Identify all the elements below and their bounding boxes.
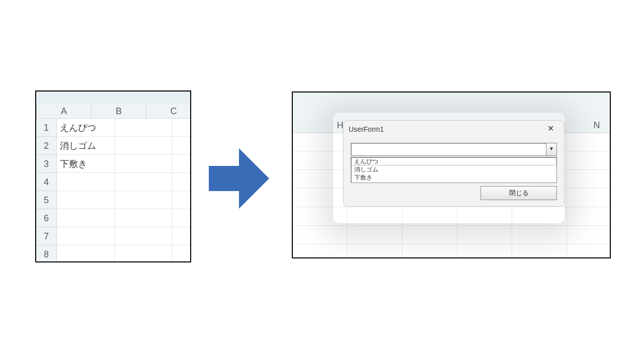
cell-B2[interactable]: [115, 137, 173, 155]
row-5: 5: [36, 191, 190, 209]
row-3: 3 下敷き: [36, 155, 190, 173]
list-item[interactable]: 消しゴム: [351, 165, 556, 173]
cell-C7[interactable]: [173, 227, 191, 245]
cell-A6[interactable]: [57, 209, 115, 227]
dialog-body: ▼ えんぴつ 消しゴム 下敷き 閉じる: [344, 138, 564, 206]
button-row: 閉じる: [351, 186, 557, 200]
col-header-C[interactable]: C: [146, 104, 191, 119]
row-1: 1 えんぴつ: [36, 119, 190, 137]
row-header-6[interactable]: 6: [36, 209, 57, 227]
cell-C4[interactable]: [173, 173, 191, 191]
cell-B8[interactable]: [115, 245, 173, 262]
select-all-corner[interactable]: [36, 104, 37, 119]
cell-C2[interactable]: [173, 137, 191, 155]
cell-C5[interactable]: [173, 191, 191, 209]
cell-A4[interactable]: [57, 173, 115, 191]
cell-B7[interactable]: [115, 227, 173, 245]
combobox-input[interactable]: [351, 143, 546, 155]
left-worksheet-panel: A B C 1 えんぴつ 2 消しゴム 3 下敷き 4 5 6 7: [35, 90, 191, 262]
cell-A2[interactable]: 消しゴム: [57, 137, 115, 155]
cell-B6[interactable]: [115, 209, 173, 227]
list-item[interactable]: えんぴつ: [351, 157, 556, 165]
row-4: 4: [36, 173, 190, 191]
row-header-8[interactable]: 8: [36, 245, 57, 262]
cell-A8[interactable]: [57, 245, 115, 262]
cell-C6[interactable]: [173, 209, 191, 227]
row-header-4[interactable]: 4: [36, 173, 57, 191]
formula-bar-strip: [36, 92, 190, 104]
listbox[interactable]: えんぴつ 消しゴム 下敷き: [351, 157, 557, 183]
cell-C3[interactable]: [173, 155, 191, 173]
cell-C1[interactable]: [173, 119, 191, 137]
cell-C8[interactable]: [173, 245, 191, 262]
cell-A1[interactable]: えんぴつ: [57, 119, 115, 137]
col-header-B[interactable]: B: [92, 104, 146, 119]
combobox[interactable]: ▼: [351, 143, 557, 156]
column-header-row: A B C: [36, 104, 190, 119]
row-header-5[interactable]: 5: [36, 191, 57, 209]
cell-B5[interactable]: [115, 191, 173, 209]
col-header-A[interactable]: A: [37, 104, 92, 119]
cell-A5[interactable]: [57, 191, 115, 209]
cell-B4[interactable]: [115, 173, 173, 191]
cell-A3[interactable]: 下敷き: [57, 155, 115, 173]
userform-dialog: UserForm1 ✕ ▼ えんぴつ 消しゴム 下敷き 閉じる: [343, 120, 565, 207]
row-header-2[interactable]: 2: [36, 137, 57, 155]
cell-A7[interactable]: [57, 227, 115, 245]
dialog-titlebar[interactable]: UserForm1 ✕: [344, 121, 564, 138]
row-header-1[interactable]: 1: [36, 119, 57, 137]
row-2: 2 消しゴム: [36, 137, 190, 155]
arrow-icon: [209, 148, 269, 209]
cell-B3[interactable]: [115, 155, 173, 173]
row-6: 6: [36, 209, 190, 227]
list-item[interactable]: 下敷き: [351, 173, 556, 182]
close-icon[interactable]: ✕: [542, 122, 559, 136]
chevron-down-icon[interactable]: ▼: [546, 143, 556, 155]
col-header-N[interactable]: N: [587, 118, 607, 133]
right-userform-panel: H N UserForm1 ✕ ▼ えんぴつ 消しゴム 下敷き 閉: [292, 92, 611, 258]
row-header-3[interactable]: 3: [36, 155, 57, 173]
row-7: 7: [36, 227, 190, 245]
cell-B1[interactable]: [115, 119, 173, 137]
row-header-7[interactable]: 7: [36, 227, 57, 245]
close-button[interactable]: 閉じる: [480, 186, 557, 200]
dialog-title: UserForm1: [349, 125, 542, 133]
row-8: 8: [36, 245, 190, 262]
